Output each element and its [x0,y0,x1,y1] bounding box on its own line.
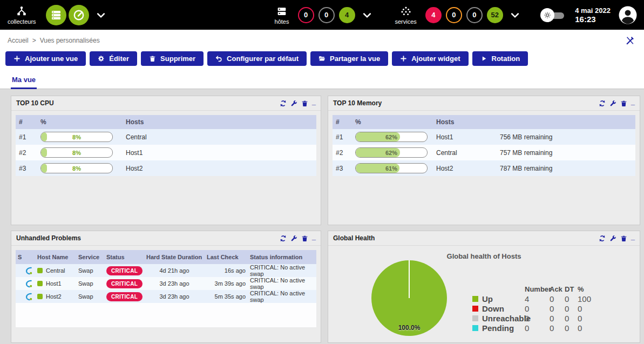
service-name[interactable]: Swap [76,264,104,277]
settings-wrench-icon[interactable] [609,235,616,242]
host-name[interactable]: Central [46,267,65,274]
host-name[interactable]: Host2 [46,293,62,300]
table-row: #3 61% Host2 787 MB remaining [333,160,635,176]
set-default-button[interactable]: Configurer par défaut [207,51,307,66]
host-name[interactable]: Host2 [123,160,316,176]
table-row: Host1 Swap CRITICAL 3d 23h ago 3m 39s ag… [16,277,316,290]
host-name[interactable]: Central [123,129,316,145]
widget-top10-memory: TOP 10 Memory _ # % Hosts #1 [328,96,640,225]
memory-remaining: 756 MB remaining [497,129,635,145]
host-name[interactable]: Host1 [123,145,316,160]
service-name[interactable]: Swap [76,290,104,303]
trash-icon [149,55,156,62]
memory-usage-bar: 61% [355,163,428,173]
services-icon [400,5,412,17]
pollers-label: collecteurs [8,18,36,25]
hosts-chevron-down-icon[interactable] [362,10,372,21]
chart-title: Global health of Hosts [328,246,640,260]
edit-view-button[interactable]: Éditer [90,51,137,66]
pollers-chevron-down-icon[interactable] [96,10,106,21]
services-menu[interactable]: services [395,5,417,25]
last-check: 16s ago [205,264,248,277]
poller-list-button[interactable] [46,5,66,25]
share-view-button[interactable]: Partager la vue [310,51,388,66]
memory-remaining: 787 MB remaining [497,160,635,176]
top-navigation-bar: collecteurs hôtes 0 0 4 services [0,0,644,30]
hosts-up-counter[interactable]: 4 [339,7,355,23]
delete-widget-icon[interactable] [301,235,308,242]
view-toolbar: Ajouter une vue Éditer Supprimer Configu… [0,48,644,70]
host-name[interactable]: Host1 [46,280,62,287]
services-ok-counter[interactable]: 52 [487,7,503,23]
column-header: # [16,115,37,129]
hard-state-duration: 3d 23h ago [144,277,205,290]
gear-icon [98,55,105,62]
legend-row-pending: Pending 0 0 0 0 [472,323,598,333]
column-header: Host Name [35,250,76,264]
breadcrumb-accueil[interactable]: Accueil [8,37,29,44]
pollers-menu[interactable]: collecteurs [8,5,36,25]
settings-wrench-icon[interactable] [290,235,297,242]
tab-ma-vue[interactable]: Ma vue [11,72,37,89]
breadcrumb-separator: > [32,37,36,44]
host-name[interactable]: Host2 [433,160,497,176]
minimize-widget-icon[interactable]: _ [631,233,635,241]
refresh-icon[interactable] [280,235,287,242]
legend-header: DT [565,285,578,294]
delete-view-button[interactable]: Supprimer [141,51,204,66]
last-check: 3m 39s ago [205,277,248,290]
theme-toggle[interactable] [540,8,565,23]
hard-state-duration: 3d 23h ago [144,290,205,303]
memory-usage-bar: 62% [355,147,428,158]
minimize-widget-icon[interactable]: _ [312,233,316,241]
host-status-up-indicator [37,281,43,286]
status-information: CRITICAL: No active swap [248,290,316,303]
host-name[interactable]: Host1 [433,129,497,145]
delete-widget-icon[interactable] [620,235,627,242]
status-information: CRITICAL: No active swap [248,264,316,277]
services-critical-counter[interactable]: 4 [425,7,442,23]
hosts-down-counter[interactable]: 0 [298,7,314,23]
add-view-button[interactable]: Ajouter une vue [5,51,86,66]
refresh-icon[interactable] [599,100,606,107]
minimize-widget-icon[interactable]: _ [631,98,635,106]
pie-slice-divider [409,260,410,298]
plus-icon [400,55,407,62]
pie-percentage-label: 100.0% [371,324,447,332]
settings-wrench-icon[interactable] [609,100,616,107]
refresh-icon[interactable] [280,100,287,107]
rotation-button[interactable]: Rotation [472,51,528,66]
column-header: Hosts [123,115,316,129]
delete-widget-icon[interactable] [301,100,308,107]
add-widget-button[interactable]: Ajouter widget [392,51,468,66]
service-name[interactable]: Swap [76,277,104,290]
last-check: 5m 35s ago [205,290,248,303]
cpu-usage-bar: 8% [40,132,113,142]
play-icon [480,55,487,62]
widget-title: Unhandled Problems [16,234,81,242]
services-chevron-down-icon[interactable] [510,10,520,21]
hosts-menu[interactable]: hôtes [275,5,289,25]
column-header [497,115,635,129]
hosts-icon [276,5,288,17]
delete-widget-icon[interactable] [620,100,627,107]
poller-stats-button[interactable] [69,5,89,25]
table-row: #1 8% Central [16,129,316,145]
minimize-widget-icon[interactable]: _ [312,98,316,106]
column-header: % [352,115,433,129]
settings-wrench-icon[interactable] [290,100,297,107]
table-row: #1 62% Host1 756 MB remaining [333,129,635,145]
breadcrumb-vues-personnalisees[interactable]: Vues personnalisées [40,37,100,44]
centreon-logo-icon [25,293,33,301]
user-avatar[interactable] [618,5,638,25]
column-header: # [333,115,352,129]
services-unknown-counter[interactable]: 0 [466,7,483,23]
cpu-usage-bar: 8% [40,163,113,173]
column-header: Hard State Duration [144,250,205,264]
host-name[interactable]: Central [433,145,497,160]
services-warning-counter[interactable]: 0 [446,7,462,23]
widget-title: TOP 10 Memory [333,99,382,107]
hosts-unreachable-counter[interactable]: 0 [318,7,335,23]
refresh-icon[interactable] [599,235,606,242]
edit-dashboard-icon[interactable] [625,35,635,46]
